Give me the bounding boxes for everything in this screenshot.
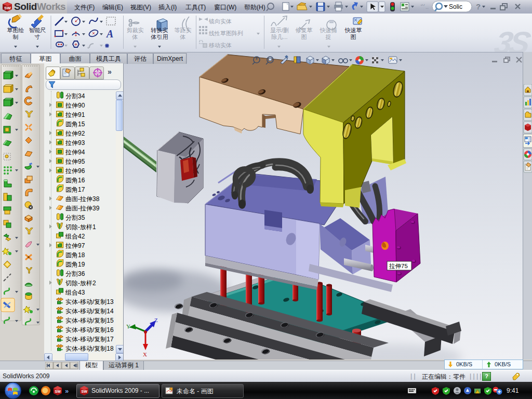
- svg-text:Z: Z: [154, 317, 158, 323]
- svg-text:Solic: Solic: [449, 3, 462, 10]
- svg-text:A: A: [105, 28, 113, 39]
- svg-text:?: ?: [476, 2, 481, 11]
- svg-text:»: »: [65, 387, 69, 395]
- svg-text:SW: SW: [4, 6, 11, 10]
- svg-text:Y: Y: [126, 323, 130, 329]
- svg-text:拉伸75: 拉伸75: [389, 263, 408, 269]
- svg-text:SW: SW: [82, 390, 88, 393]
- svg-text:⺍..: ⺍..: [420, 4, 429, 10]
- svg-text:X: X: [143, 351, 147, 357]
- svg-text:SW: SW: [55, 390, 61, 393]
